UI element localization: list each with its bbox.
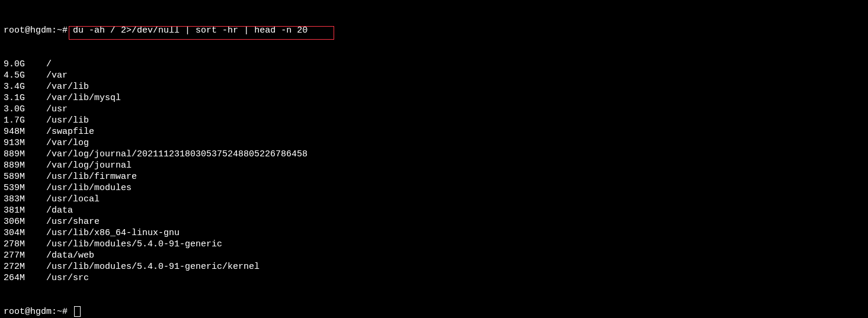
terminal-window[interactable]: root@hgdm:~# du -ah / 2>/dev/null | sort… bbox=[0, 0, 868, 318]
file-size: 3.0G bbox=[4, 104, 46, 114]
prompt-user-host: root@hgdm bbox=[4, 25, 52, 36]
output-row: 278M /usr/lib/modules/5.4.0-91-generic bbox=[4, 239, 864, 250]
file-path: /usr/share bbox=[46, 217, 100, 227]
file-path: /var/log bbox=[46, 138, 89, 148]
prompt-separator: : bbox=[52, 307, 57, 317]
output-row: 381M /data bbox=[4, 205, 864, 216]
file-size: 278M bbox=[4, 239, 46, 249]
output-row: 277M /data/web bbox=[4, 250, 864, 261]
file-size: 277M bbox=[4, 250, 46, 261]
command-text: du -ah / 2>/dev/null | sort -hr | head -… bbox=[73, 25, 308, 36]
file-size: 913M bbox=[4, 138, 46, 148]
output-row: 3.1G /var/lib/mysql bbox=[4, 92, 864, 104]
file-path: /usr/lib bbox=[46, 115, 89, 126]
command-line: root@hgdm:~# du -ah / 2>/dev/null | sort… bbox=[4, 25, 864, 36]
file-size: 9.0G bbox=[4, 59, 46, 69]
file-size: 4.5G bbox=[4, 70, 46, 81]
file-size: 3.1G bbox=[4, 93, 46, 103]
file-path: /usr/lib/modules bbox=[46, 183, 132, 193]
file-path: / bbox=[46, 59, 52, 69]
prompt-cwd: ~ bbox=[57, 25, 62, 36]
output-row: 1.7G /usr/lib bbox=[4, 115, 864, 126]
output-row: 9.0G / bbox=[4, 59, 864, 70]
file-size: 889M bbox=[4, 160, 46, 171]
command-output: 9.0G /4.5G /var3.4G /var/lib3.1G /var/li… bbox=[4, 59, 864, 284]
file-path: /usr/lib/modules/5.4.0-91-generic bbox=[46, 239, 222, 249]
file-size: 272M bbox=[4, 262, 46, 272]
file-size: 3.4G bbox=[4, 82, 46, 92]
file-path: /usr bbox=[46, 104, 68, 114]
file-size: 264M bbox=[4, 273, 46, 283]
output-row: 306M /usr/share bbox=[4, 216, 864, 227]
file-size: 539M bbox=[4, 183, 46, 193]
file-path: /usr/lib/firmware bbox=[46, 172, 137, 182]
file-size: 381M bbox=[4, 205, 46, 216]
file-path: /var/log/journal/20211123180305375248805… bbox=[46, 149, 308, 159]
output-row: 889M /var/log/journal bbox=[4, 160, 864, 171]
file-path: /usr/lib/modules/5.4.0-91-generic/kernel bbox=[46, 262, 260, 272]
file-size: 1.7G bbox=[4, 115, 46, 126]
output-row: 383M /usr/local bbox=[4, 194, 864, 205]
output-row: 304M /usr/lib/x86_64-linux-gnu bbox=[4, 227, 864, 239]
next-prompt-line: root@hgdm:~# bbox=[4, 306, 864, 317]
output-row: 913M /var/log bbox=[4, 137, 864, 149]
file-size: 304M bbox=[4, 228, 46, 238]
file-size: 948M bbox=[4, 127, 46, 137]
file-path: /var/lib bbox=[46, 82, 89, 92]
file-path: /data bbox=[46, 205, 73, 216]
output-row: 539M /usr/lib/modules bbox=[4, 182, 864, 194]
output-row: 4.5G /var bbox=[4, 70, 864, 81]
file-path: /data/web bbox=[46, 250, 94, 261]
output-row: 3.4G /var/lib bbox=[4, 81, 864, 92]
prompt-cwd: ~ bbox=[57, 307, 62, 317]
cursor-icon bbox=[74, 306, 81, 317]
file-path: /usr/lib/x86_64-linux-gnu bbox=[46, 228, 180, 238]
prompt-separator: : bbox=[52, 25, 57, 36]
file-path: /usr/src bbox=[46, 273, 89, 283]
file-size: 589M bbox=[4, 172, 46, 182]
file-path: /swapfile bbox=[46, 127, 94, 137]
output-row: 264M /usr/src bbox=[4, 272, 864, 284]
prompt-symbol: # bbox=[62, 307, 68, 317]
output-row: 889M /var/log/journal/202111231803053752… bbox=[4, 149, 864, 160]
file-size: 383M bbox=[4, 194, 46, 204]
file-size: 889M bbox=[4, 149, 46, 159]
prompt-user-host: root@hgdm bbox=[4, 307, 52, 317]
output-row: 272M /usr/lib/modules/5.4.0-91-generic/k… bbox=[4, 261, 864, 272]
file-size: 306M bbox=[4, 217, 46, 227]
file-path: /var bbox=[46, 70, 68, 81]
file-path: /var/log/journal bbox=[46, 160, 132, 171]
output-row: 948M /swapfile bbox=[4, 126, 864, 137]
prompt-symbol: # bbox=[62, 25, 68, 36]
output-row: 589M /usr/lib/firmware bbox=[4, 171, 864, 182]
file-path: /var/lib/mysql bbox=[46, 93, 121, 103]
output-row: 3.0G /usr bbox=[4, 104, 864, 115]
file-path: /usr/local bbox=[46, 194, 100, 204]
